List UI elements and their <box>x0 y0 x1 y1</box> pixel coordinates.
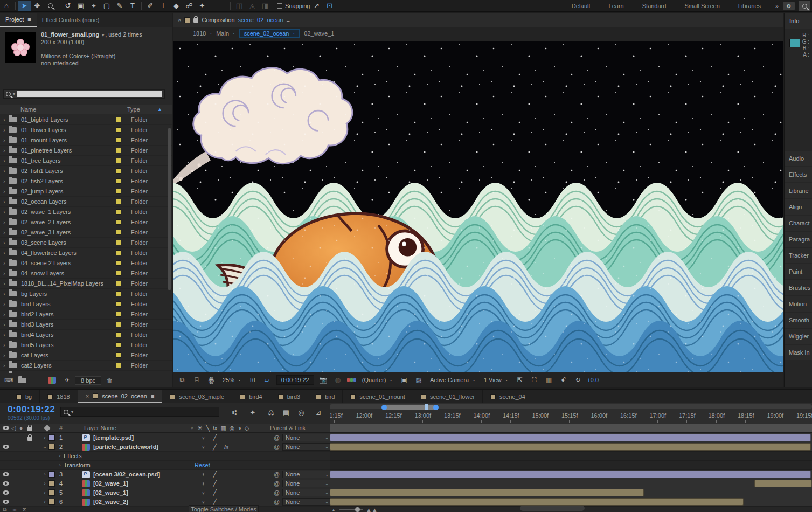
table-row[interactable]: ›bird2 LayersFolder <box>0 309 172 320</box>
timeline-tab-scene-04[interactable]: scene_04 <box>483 390 533 403</box>
tab-libraries[interactable]: Librarie <box>785 183 812 198</box>
layer-row-3[interactable]: › 3 [ocean 3/02_ocean.psd] ♀╱ @ None⌄ <box>0 470 330 479</box>
layer-track-1[interactable] <box>330 433 812 442</box>
chevron-right-icon[interactable]: › <box>41 481 48 486</box>
anchor-switch-icon[interactable]: ♀ <box>201 499 205 506</box>
chevron-right-icon[interactable]: › <box>41 499 48 504</box>
fx-switch-icon[interactable]: fx <box>213 425 218 432</box>
adjustment-switch-icon[interactable]: ▦ <box>220 425 226 432</box>
layer-color-swatch[interactable] <box>48 471 55 478</box>
show-channel-icon[interactable] <box>347 378 356 382</box>
workspace-small-screen[interactable]: Small Screen <box>684 3 719 9</box>
composition-tab[interactable]: × Composition scene_02_ocean ≡ <box>173 13 783 27</box>
tab-project[interactable]: Project ≡ <box>0 13 37 27</box>
panel-menu-icon[interactable]: ≡ <box>151 393 154 399</box>
table-row[interactable]: ›bird4 LayersFolder <box>0 330 172 340</box>
eye-toggle[interactable] <box>2 445 10 449</box>
zoom-out-mountain-icon[interactable]: ▲ <box>331 508 336 512</box>
pickwhip-icon[interactable]: @ <box>274 499 282 505</box>
camera-tool-icon[interactable]: ▣ <box>74 1 87 11</box>
close-icon[interactable]: × <box>86 393 89 399</box>
comp-label-swatch[interactable] <box>184 17 190 23</box>
camera-select[interactable]: Active Camera ⌄ <box>428 376 478 384</box>
label-color-swatch[interactable] <box>116 219 121 225</box>
parent-select[interactable]: None⌄ <box>282 489 332 496</box>
video-column-icon[interactable] <box>2 426 10 430</box>
layer-name[interactable]: [02_wave_2] <box>93 499 201 505</box>
table-row[interactable]: ›01_mount LayersFolder <box>0 135 172 146</box>
table-row[interactable]: ›1818_BL...14_PixelMap LayersFolder <box>0 279 172 289</box>
table-row[interactable]: ›02_fish2 LayersFolder <box>0 176 172 186</box>
puppet-pin-tool-icon[interactable]: ✦ <box>196 1 209 11</box>
threed-switch-icon[interactable]: ◇ <box>245 425 249 432</box>
hide-shy-layers-icon[interactable]: ⚖ <box>265 407 277 418</box>
expand-transfer-controls-icon[interactable]: ⧆ <box>10 507 19 512</box>
layer-track-2[interactable] <box>330 442 812 452</box>
workspace-settings-icon[interactable]: ⚙ <box>783 2 795 10</box>
transparency-grid-icon[interactable]: ▨ <box>413 376 424 384</box>
expand-layer-switches-icon[interactable]: ⧉ <box>0 507 10 512</box>
label-color-swatch[interactable] <box>116 342 121 348</box>
layer-name[interactable]: [02_wave_1] <box>93 489 201 496</box>
current-timecode[interactable]: 0:00:19:22 <box>8 404 55 415</box>
chevron-right-icon[interactable]: › <box>0 260 9 266</box>
roto-brush-tool-icon[interactable]: ☍ <box>183 1 196 11</box>
anchor-switch-icon[interactable]: ♀ <box>201 480 205 487</box>
label-color-swatch[interactable] <box>116 178 121 184</box>
panel-menu-icon[interactable]: ≡ <box>27 16 31 23</box>
chevron-right-icon[interactable]: › <box>0 230 9 236</box>
label-color-swatch[interactable] <box>116 189 121 194</box>
zoom-in-mountain-icon[interactable]: ▲▲ <box>366 507 378 512</box>
tab-brushes[interactable]: Brushes <box>785 280 812 295</box>
current-time-indicator[interactable] <box>425 404 428 410</box>
project-list-scrollbar[interactable] <box>168 128 171 290</box>
search-icon[interactable] <box>799 1 810 11</box>
workspace-libraries[interactable]: Libraries <box>738 3 761 9</box>
orbit-tool-icon[interactable]: ↺ <box>61 1 74 11</box>
chevron-right-icon[interactable]: › <box>0 332 9 338</box>
label-color-swatch[interactable] <box>116 332 121 337</box>
label-color-swatch[interactable] <box>116 168 121 174</box>
layer-row-6[interactable]: › 6 [02_wave_2] ♀╱ @ None⌄ <box>0 497 330 507</box>
comp-mini-flowchart-icon[interactable]: ⑆ <box>228 407 240 418</box>
label-color-swatch[interactable] <box>116 250 121 255</box>
anchor-switch-icon[interactable]: ♀ <box>201 444 205 451</box>
chevron-right-icon[interactable]: › <box>56 453 64 459</box>
workspace-default[interactable]: Default <box>572 3 591 9</box>
chevron-right-icon[interactable]: › <box>0 117 9 123</box>
transform-group-label[interactable]: Transform <box>64 462 195 468</box>
chevron-right-icon[interactable]: › <box>0 301 9 307</box>
layer-row-4[interactable]: › 4 [02_wave_1] ♀╱ @ None⌄ <box>0 479 330 488</box>
effects-group-row[interactable]: › Effects <box>0 452 330 461</box>
grid-guides-icon[interactable]: ⊞ <box>247 376 258 384</box>
lock-icon[interactable] <box>25 434 34 441</box>
anchor-switch-icon[interactable]: ♀ <box>201 489 205 496</box>
timeline-tab-scene-02-ocean[interactable]: × scene_02_ocean ≡ <box>78 390 163 403</box>
table-row[interactable]: ›bg LayersFolder <box>0 289 172 299</box>
pickwhip-icon[interactable]: @ <box>274 471 282 478</box>
chevron-right-icon[interactable]: › <box>0 342 9 348</box>
table-row[interactable]: ›cat LayersFolder <box>0 350 172 361</box>
motion-blur-icon[interactable]: ◎ <box>295 407 307 418</box>
chevron-right-icon[interactable]: › <box>0 148 9 154</box>
table-row[interactable]: ›02_wave_3 LayersFolder <box>0 227 172 238</box>
label-color-swatch[interactable] <box>116 240 121 245</box>
track-area[interactable] <box>330 433 812 507</box>
quality-switch-icon[interactable]: ╱ <box>213 471 217 478</box>
table-row[interactable]: ›01_flower LayersFolder <box>0 125 172 135</box>
expand-in-out-icon[interactable]: ⧖ <box>19 507 29 512</box>
project-search-input[interactable]: ▾ <box>3 89 165 99</box>
table-row[interactable]: ›01_pinetree LayersFolder <box>0 146 172 156</box>
panel-menu-icon[interactable]: ≡ <box>286 17 289 23</box>
time-navigator[interactable] <box>330 404 812 409</box>
layer-name[interactable]: [particle_particleworld] <box>93 444 201 450</box>
tab-motion-sketch[interactable]: Motion <box>785 296 812 312</box>
mask-visibility-icon[interactable]: ꙮ <box>206 376 217 384</box>
chevron-right-icon[interactable]: › <box>0 189 9 195</box>
toggle-switches-modes-button[interactable]: Toggle Switches / Modes <box>189 505 259 512</box>
pan-behind-tool-icon[interactable]: ⌖ <box>87 1 100 11</box>
clone-stamp-tool-icon[interactable]: ⊥ <box>157 1 170 11</box>
solo-column-icon[interactable]: ● <box>17 425 25 431</box>
breadcrumb-item[interactable]: Main <box>216 30 229 37</box>
layer-color-swatch[interactable] <box>48 434 55 441</box>
